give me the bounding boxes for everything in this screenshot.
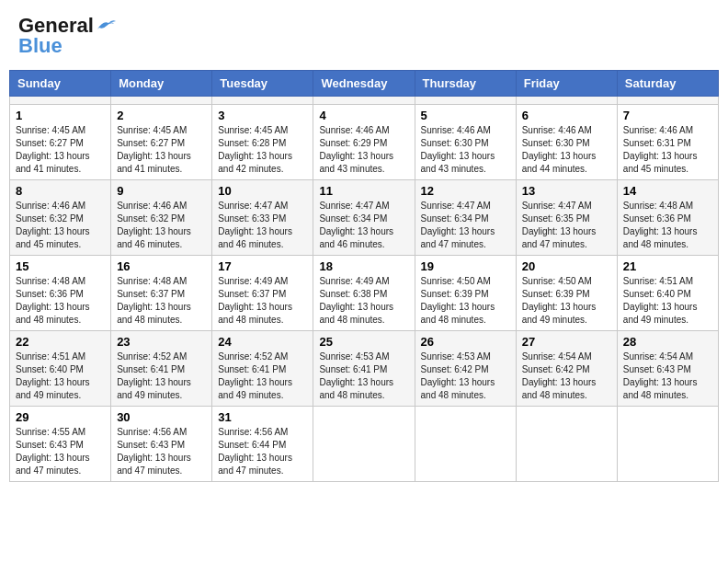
day-info: Sunrise: 4:52 AM Sunset: 6:41 PM Dayligh… [218, 350, 307, 402]
day-info: Sunrise: 4:46 AM Sunset: 6:31 PM Dayligh… [623, 124, 712, 176]
day-info: Sunrise: 4:56 AM Sunset: 6:43 PM Dayligh… [117, 426, 206, 477]
calendar-cell [212, 97, 313, 105]
calendar-cell: 6Sunrise: 4:46 AM Sunset: 6:30 PM Daylig… [516, 105, 617, 180]
calendar-cell: 22Sunrise: 4:51 AM Sunset: 6:40 PM Dayli… [10, 331, 111, 407]
calendar-cell: 28Sunrise: 4:54 AM Sunset: 6:43 PM Dayli… [617, 331, 718, 407]
day-info: Sunrise: 4:49 AM Sunset: 6:38 PM Dayligh… [319, 275, 408, 327]
calendar-cell: 5Sunrise: 4:46 AM Sunset: 6:30 PM Daylig… [415, 105, 516, 180]
day-number: 3 [218, 109, 307, 122]
day-info: Sunrise: 4:46 AM Sunset: 6:30 PM Dayligh… [421, 124, 510, 176]
column-header-monday: Monday [111, 71, 212, 97]
calendar-cell: 25Sunrise: 4:53 AM Sunset: 6:41 PM Dayli… [313, 331, 415, 407]
calendar-cell: 14Sunrise: 4:48 AM Sunset: 6:36 PM Dayli… [617, 180, 718, 256]
day-info: Sunrise: 4:49 AM Sunset: 6:37 PM Dayligh… [218, 275, 307, 327]
calendar-cell: 31Sunrise: 4:56 AM Sunset: 6:44 PM Dayli… [212, 407, 313, 482]
day-number: 21 [623, 259, 712, 273]
day-info: Sunrise: 4:54 AM Sunset: 6:43 PM Dayligh… [623, 350, 712, 402]
day-info: Sunrise: 4:50 AM Sunset: 6:39 PM Dayligh… [522, 275, 611, 327]
day-number: 5 [421, 109, 510, 122]
calendar-table: SundayMondayTuesdayWednesdayThursdayFrid… [9, 70, 719, 482]
day-number: 6 [522, 109, 611, 122]
calendar-cell: 9Sunrise: 4:46 AM Sunset: 6:32 PM Daylig… [111, 180, 212, 256]
calendar-cell [313, 97, 415, 105]
calendar-cell [617, 97, 718, 105]
day-info: Sunrise: 4:47 AM Sunset: 6:34 PM Dayligh… [421, 200, 510, 251]
calendar-cell: 18Sunrise: 4:49 AM Sunset: 6:38 PM Dayli… [313, 256, 415, 331]
calendar-cell [313, 407, 415, 482]
day-number: 4 [319, 109, 408, 122]
day-number: 15 [16, 259, 105, 273]
calendar-week-row: 8Sunrise: 4:46 AM Sunset: 6:32 PM Daylig… [10, 180, 719, 256]
day-number: 1 [16, 109, 105, 122]
calendar-cell: 1Sunrise: 4:45 AM Sunset: 6:27 PM Daylig… [10, 105, 111, 180]
day-info: Sunrise: 4:47 AM Sunset: 6:33 PM Dayligh… [218, 200, 307, 251]
day-number: 20 [522, 259, 611, 273]
calendar-header-row: SundayMondayTuesdayWednesdayThursdayFrid… [10, 71, 719, 97]
calendar-cell [415, 407, 516, 482]
day-info: Sunrise: 4:45 AM Sunset: 6:27 PM Dayligh… [16, 124, 105, 176]
calendar-cell: 13Sunrise: 4:47 AM Sunset: 6:35 PM Dayli… [516, 180, 617, 256]
day-info: Sunrise: 4:45 AM Sunset: 6:27 PM Dayligh… [117, 124, 206, 176]
column-header-saturday: Saturday [617, 71, 718, 97]
calendar-cell: 17Sunrise: 4:49 AM Sunset: 6:37 PM Dayli… [212, 256, 313, 331]
day-info: Sunrise: 4:55 AM Sunset: 6:43 PM Dayligh… [16, 426, 105, 477]
calendar-week-row: 22Sunrise: 4:51 AM Sunset: 6:40 PM Dayli… [10, 331, 719, 407]
day-info: Sunrise: 4:48 AM Sunset: 6:37 PM Dayligh… [117, 275, 206, 327]
day-info: Sunrise: 4:46 AM Sunset: 6:30 PM Dayligh… [522, 124, 611, 176]
calendar-cell [516, 97, 617, 105]
day-number: 7 [623, 109, 712, 122]
calendar-cell [516, 407, 617, 482]
calendar-cell: 4Sunrise: 4:46 AM Sunset: 6:29 PM Daylig… [313, 105, 415, 180]
calendar-cell: 15Sunrise: 4:48 AM Sunset: 6:36 PM Dayli… [10, 256, 111, 331]
day-info: Sunrise: 4:50 AM Sunset: 6:39 PM Dayligh… [421, 275, 510, 327]
column-header-tuesday: Tuesday [212, 71, 313, 97]
calendar-cell: 12Sunrise: 4:47 AM Sunset: 6:34 PM Dayli… [415, 180, 516, 256]
logo-bird-icon [96, 18, 116, 33]
day-number: 22 [16, 335, 105, 349]
calendar-cell: 26Sunrise: 4:53 AM Sunset: 6:42 PM Dayli… [415, 331, 516, 407]
day-info: Sunrise: 4:53 AM Sunset: 6:42 PM Dayligh… [421, 350, 510, 402]
calendar-cell: 23Sunrise: 4:52 AM Sunset: 6:41 PM Dayli… [111, 331, 212, 407]
day-number: 26 [421, 335, 510, 349]
day-info: Sunrise: 4:56 AM Sunset: 6:44 PM Dayligh… [218, 426, 307, 477]
day-info: Sunrise: 4:51 AM Sunset: 6:40 PM Dayligh… [623, 275, 712, 327]
day-info: Sunrise: 4:47 AM Sunset: 6:34 PM Dayligh… [319, 200, 408, 251]
day-info: Sunrise: 4:46 AM Sunset: 6:32 PM Dayligh… [117, 200, 206, 251]
day-number: 2 [117, 109, 206, 122]
calendar-cell [10, 97, 111, 105]
calendar-cell: 27Sunrise: 4:54 AM Sunset: 6:42 PM Dayli… [516, 331, 617, 407]
calendar-cell: 7Sunrise: 4:46 AM Sunset: 6:31 PM Daylig… [617, 105, 718, 180]
day-info: Sunrise: 4:48 AM Sunset: 6:36 PM Dayligh… [16, 275, 105, 327]
day-info: Sunrise: 4:51 AM Sunset: 6:40 PM Dayligh… [16, 350, 105, 402]
day-number: 31 [218, 410, 307, 424]
calendar-cell [415, 97, 516, 105]
day-info: Sunrise: 4:54 AM Sunset: 6:42 PM Dayligh… [522, 350, 611, 402]
calendar-cell: 20Sunrise: 4:50 AM Sunset: 6:39 PM Dayli… [516, 256, 617, 331]
day-number: 12 [421, 184, 510, 198]
day-info: Sunrise: 4:53 AM Sunset: 6:41 PM Dayligh… [319, 350, 408, 402]
page-header: General Blue [9, 9, 719, 63]
calendar-week-row [10, 97, 719, 105]
day-number: 14 [623, 184, 712, 198]
calendar-cell: 8Sunrise: 4:46 AM Sunset: 6:32 PM Daylig… [10, 180, 111, 256]
day-number: 24 [218, 335, 307, 349]
day-number: 11 [319, 184, 408, 198]
day-number: 29 [16, 410, 105, 424]
day-info: Sunrise: 4:45 AM Sunset: 6:28 PM Dayligh… [218, 124, 307, 176]
day-info: Sunrise: 4:48 AM Sunset: 6:36 PM Dayligh… [623, 200, 712, 251]
day-number: 16 [117, 259, 206, 273]
day-info: Sunrise: 4:47 AM Sunset: 6:35 PM Dayligh… [522, 200, 611, 251]
calendar-cell: 29Sunrise: 4:55 AM Sunset: 6:43 PM Dayli… [10, 407, 111, 482]
day-number: 23 [117, 335, 206, 349]
calendar-week-row: 15Sunrise: 4:48 AM Sunset: 6:36 PM Dayli… [10, 256, 719, 331]
calendar-cell: 11Sunrise: 4:47 AM Sunset: 6:34 PM Dayli… [313, 180, 415, 256]
column-header-sunday: Sunday [10, 71, 111, 97]
calendar-cell: 21Sunrise: 4:51 AM Sunset: 6:40 PM Dayli… [617, 256, 718, 331]
calendar-cell: 19Sunrise: 4:50 AM Sunset: 6:39 PM Dayli… [415, 256, 516, 331]
calendar-cell: 24Sunrise: 4:52 AM Sunset: 6:41 PM Dayli… [212, 331, 313, 407]
logo-blue: Blue [18, 34, 63, 58]
day-number: 9 [117, 184, 206, 198]
day-info: Sunrise: 4:46 AM Sunset: 6:32 PM Dayligh… [16, 200, 105, 251]
day-number: 18 [319, 259, 408, 273]
day-number: 28 [623, 335, 712, 349]
